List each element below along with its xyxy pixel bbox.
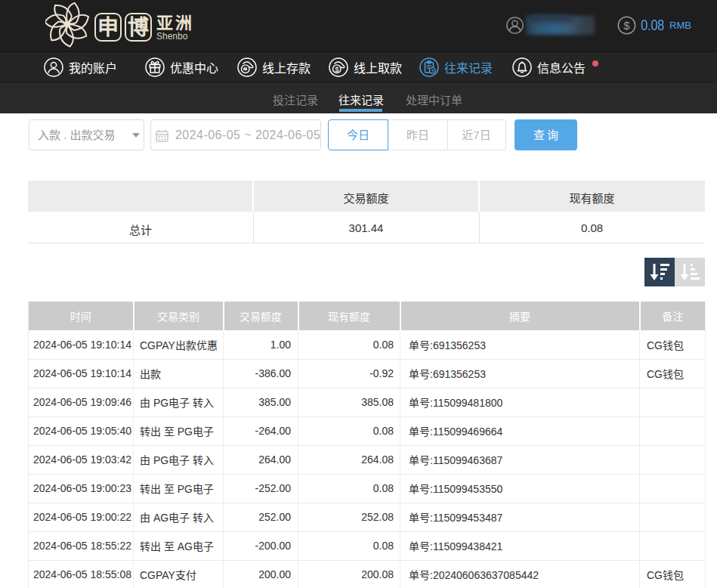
svg-text:$: $ xyxy=(623,19,630,32)
svg-text:$: $ xyxy=(335,65,339,73)
